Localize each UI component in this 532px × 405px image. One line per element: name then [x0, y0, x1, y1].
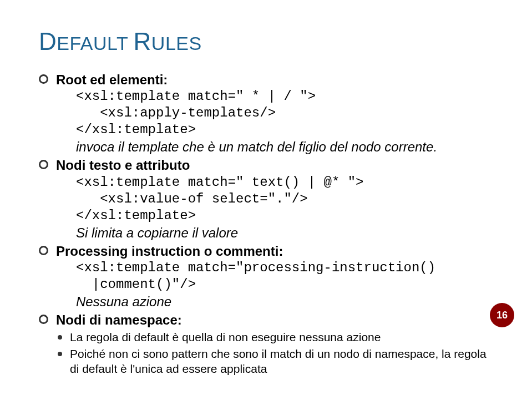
ring-icon	[39, 160, 48, 169]
item-label: Root ed elementi:	[56, 72, 168, 87]
item-content: Root ed elementi: <xsl:template match=" …	[56, 71, 493, 155]
sub-item-text: Poiché non ci sono pattern che sono il m…	[70, 346, 493, 377]
code-line: <xsl:template match="processing-instruct…	[56, 260, 493, 276]
ring-icon	[39, 315, 48, 324]
code-line: <xsl:apply-templates/>	[56, 105, 493, 122]
item-label: Processing instruction o commenti:	[56, 244, 283, 259]
sub-bullet-item: Poiché non ci sono pattern che sono il m…	[58, 346, 493, 377]
item-content: Processing instruction o commenti: <xsl:…	[56, 242, 493, 310]
title-text: ULES	[151, 33, 202, 54]
page-number: 16	[496, 310, 508, 321]
bullet-item: Root ed elementi: <xsl:template match=" …	[39, 71, 493, 155]
code-line: <xsl:template match=" * | / ">	[56, 88, 493, 105]
title-cap: D	[39, 28, 57, 55]
sub-item-text: La regola di default è quella di non ese…	[70, 330, 493, 345]
code-line: |comment()"/>	[56, 276, 493, 293]
item-label: Nodi di namespace:	[56, 312, 182, 327]
title-text: EFAULT	[57, 33, 133, 54]
ring-icon	[39, 74, 48, 84]
dot-icon	[58, 335, 62, 340]
slide-title: DEFAULT RULES	[39, 28, 493, 55]
code-line: <xsl:template match=" text() | @* ">	[56, 174, 493, 191]
bullet-item: Nodi testo e attributo <xsl:template mat…	[39, 156, 493, 241]
item-content: Nodi di namespace:	[56, 311, 493, 328]
code-line: </xsl:template>	[56, 207, 493, 224]
title-cap: R	[134, 28, 151, 55]
item-label: Nodi testo e attributo	[56, 158, 190, 173]
item-note: Nessuna azione	[56, 293, 493, 310]
sub-bullet-item: La regola di default è quella di non ese…	[58, 330, 493, 345]
item-note: Si limita a copiarne il valore	[56, 224, 493, 241]
code-line: </xsl:template>	[56, 122, 493, 138]
item-note: invoca il template che è un match del fi…	[56, 138, 493, 155]
bullet-item: Processing instruction o commenti: <xsl:…	[39, 242, 493, 310]
slide: DEFAULT RULES Root ed elementi: <xsl:tem…	[0, 0, 532, 405]
code-line: <xsl:value-of select="."/>	[56, 191, 493, 207]
page-number-badge: 16	[490, 303, 514, 327]
item-content: Nodi testo e attributo <xsl:template mat…	[56, 156, 493, 241]
ring-icon	[39, 246, 48, 255]
dot-icon	[58, 352, 62, 356]
bullet-item: Nodi di namespace:	[39, 311, 493, 328]
